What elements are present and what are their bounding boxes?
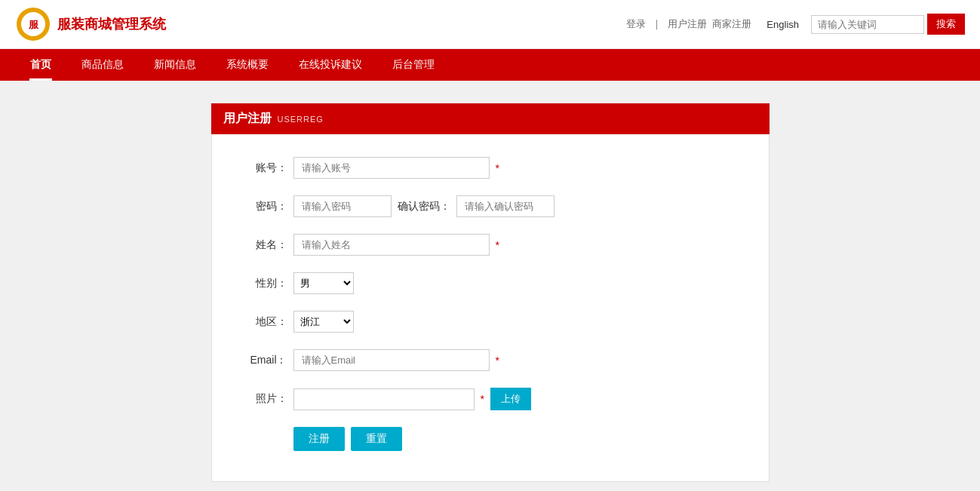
nav-item-products[interactable]: 商品信息 bbox=[66, 49, 139, 81]
nav-item-news[interactable]: 新闻信息 bbox=[139, 49, 211, 81]
email-label: Email： bbox=[242, 354, 287, 367]
registration-form-card: 账号： * 密码： 确认密码： 姓名： * 性别： 男 女 bbox=[211, 134, 770, 482]
separator2[interactable]: 商家注册 bbox=[712, 18, 751, 29]
photo-row: 照片： * 上传 bbox=[242, 388, 739, 410]
name-input[interactable] bbox=[293, 234, 490, 256]
password-label: 密码： bbox=[242, 200, 287, 213]
nav-item-overview[interactable]: 系统概要 bbox=[211, 49, 284, 81]
confirm-password-input[interactable] bbox=[456, 195, 555, 217]
main-content: 用户注册 USERREG 账号： * 密码： 确认密码： 姓名： * 性别 bbox=[196, 103, 785, 482]
gender-select[interactable]: 男 女 bbox=[293, 272, 354, 294]
gender-label: 性别： bbox=[242, 277, 287, 290]
account-required: * bbox=[496, 162, 499, 174]
logo-area: 服 服装商城管理系统 bbox=[15, 6, 166, 42]
header-right: 登录 ｜ 用户注册 商家注册 English 搜索 bbox=[626, 14, 965, 35]
name-label: 姓名： bbox=[242, 238, 287, 252]
form-actions: 注册 重置 bbox=[242, 427, 739, 451]
logo-text: 服装商城管理系统 bbox=[57, 15, 166, 33]
header-links: 登录 ｜ 用户注册 商家注册 bbox=[626, 17, 754, 31]
confirm-password-label: 确认密码： bbox=[398, 200, 450, 213]
section-header: 用户注册 USERREG bbox=[211, 103, 770, 134]
region-label: 地区： bbox=[242, 315, 287, 329]
account-row: 账号： * bbox=[242, 157, 739, 179]
email-input[interactable] bbox=[293, 349, 490, 371]
photo-required: * bbox=[481, 393, 484, 405]
email-required: * bbox=[496, 354, 499, 367]
section-title: 用户注册 bbox=[223, 111, 272, 127]
separator: ｜ bbox=[652, 18, 662, 29]
upload-button[interactable]: 上传 bbox=[490, 388, 531, 410]
account-label: 账号： bbox=[242, 161, 287, 175]
photo-input[interactable] bbox=[293, 388, 475, 410]
login-link[interactable]: 登录 bbox=[626, 18, 646, 29]
svg-text:服: 服 bbox=[28, 19, 39, 30]
account-input[interactable] bbox=[293, 157, 490, 179]
password-row: 密码： 确认密码： bbox=[242, 195, 739, 217]
reset-button[interactable]: 重置 bbox=[351, 427, 402, 451]
password-group: 确认密码： bbox=[293, 195, 555, 217]
nav-item-admin[interactable]: 后台管理 bbox=[377, 49, 450, 81]
nav-item-complaints[interactable]: 在线投诉建议 bbox=[284, 49, 377, 81]
main-nav: 首页 商品信息 新闻信息 系统概要 在线投诉建议 后台管理 bbox=[0, 49, 980, 81]
search-area: 搜索 bbox=[811, 14, 965, 35]
name-row: 姓名： * bbox=[242, 234, 739, 256]
user-register-link[interactable]: 用户注册 bbox=[668, 18, 707, 29]
logo-icon: 服 bbox=[15, 6, 51, 42]
header: 服 服装商城管理系统 登录 ｜ 用户注册 商家注册 English 搜索 bbox=[0, 0, 980, 49]
register-button[interactable]: 注册 bbox=[293, 427, 345, 451]
gender-row: 性别： 男 女 bbox=[242, 272, 739, 294]
section-subtitle: USERREG bbox=[278, 115, 324, 124]
language-btn[interactable]: English bbox=[766, 19, 799, 30]
region-select[interactable]: 浙江 北京 上海 广东 江苏 bbox=[293, 311, 354, 333]
password-input[interactable] bbox=[293, 195, 392, 217]
photo-label: 照片： bbox=[242, 392, 287, 406]
nav-item-home[interactable]: 首页 bbox=[15, 49, 66, 81]
search-input[interactable] bbox=[811, 15, 924, 34]
name-required: * bbox=[496, 239, 499, 251]
search-button[interactable]: 搜索 bbox=[927, 14, 965, 35]
region-row: 地区： 浙江 北京 上海 广东 江苏 bbox=[242, 311, 739, 333]
email-row: Email： * bbox=[242, 349, 739, 371]
